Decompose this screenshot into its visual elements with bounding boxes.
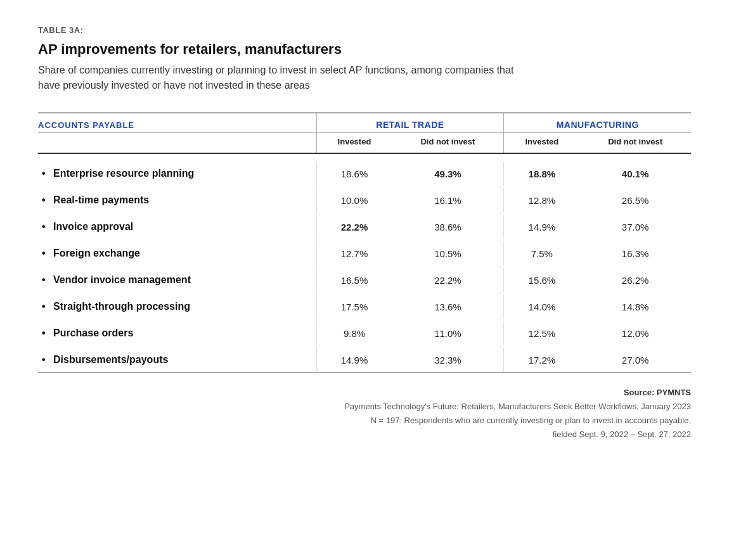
table-row: Straight-through processing17.5%13.6%14.… xyxy=(38,295,691,319)
table-row: Invoice approval22.2%38.6%14.9%37.0% xyxy=(38,215,691,239)
accounts-payable-header: ACCOUNTS PAYABLE xyxy=(38,113,316,133)
table-row: Disbursements/payouts14.9%32.3%17.2%27.0… xyxy=(38,348,691,372)
col-mfg-did-not: Did not invest xyxy=(579,133,691,154)
table-row: Foreign exchange12.7%10.5%7.5%16.3% xyxy=(38,241,691,265)
title: AP improvements for retailers, manufactu… xyxy=(38,41,691,58)
header-row-category: ACCOUNTS PAYABLE RETAIL TRADE MANUFACTUR… xyxy=(38,113,691,133)
subtitle: Share of companies currently investing o… xyxy=(38,63,532,93)
col-label-empty xyxy=(38,133,316,154)
footer-line1: Payments Technology's Future: Retailers,… xyxy=(38,400,691,414)
col-retail-did-not: Did not invest xyxy=(392,133,504,154)
manufacturing-header: MANUFACTURING xyxy=(504,113,691,133)
table-label: TABLE 3A: xyxy=(38,25,691,35)
col-retail-invested: Invested xyxy=(316,133,392,154)
table-row: Purchase orders9.8%11.0%12.5%12.0% xyxy=(38,321,691,345)
table-row: Real-time payments10.0%16.1%12.8%26.5% xyxy=(38,188,691,212)
footer-line2: N = 197: Respondents who are currently i… xyxy=(38,414,691,428)
table-row: Enterprise resource planning18.6%49.3%18… xyxy=(38,162,691,186)
col-mfg-invested: Invested xyxy=(504,133,579,154)
retail-trade-header: RETAIL TRADE xyxy=(316,113,504,133)
table-wrapper: ACCOUNTS PAYABLE RETAIL TRADE MANUFACTUR… xyxy=(38,112,691,373)
footer-source: Source: PYMNTS xyxy=(38,386,691,400)
header-row-sub: Invested Did not invest Invested Did not… xyxy=(38,133,691,154)
footer-line3: fielded Sept. 9, 2022 – Sept. 27, 2022 xyxy=(38,428,691,442)
footer: Source: PYMNTS Payments Technology's Fut… xyxy=(38,386,691,442)
table-row: Vendor invoice management16.5%22.2%15.6%… xyxy=(38,268,691,292)
